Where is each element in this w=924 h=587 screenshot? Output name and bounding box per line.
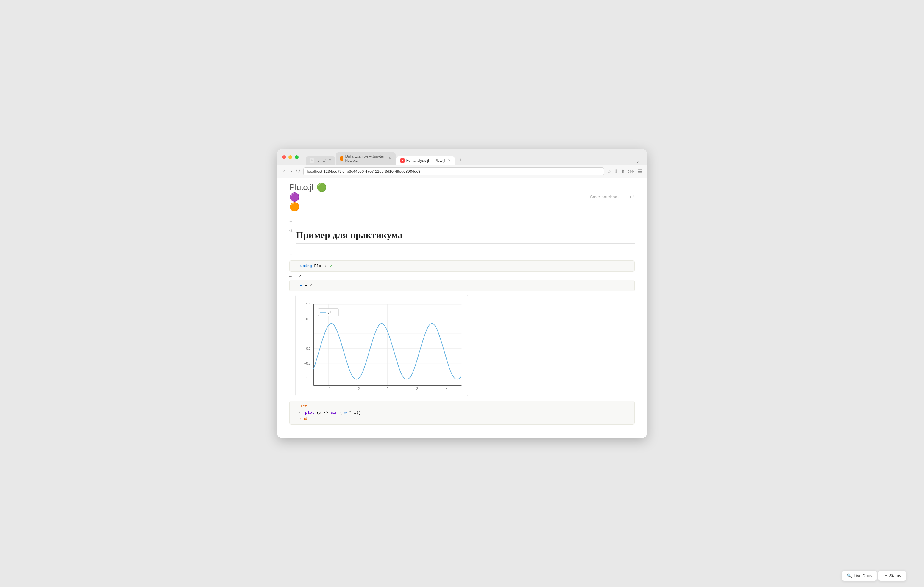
tab-list-button[interactable]: ⌄ <box>634 158 642 165</box>
download-icon[interactable]: ⬇ <box>614 169 618 174</box>
plot-args: (x -> <box>317 410 331 415</box>
svg-text:y1: y1 <box>328 311 331 314</box>
pluto-logo-text: Pluto <box>289 183 307 192</box>
svg-text:−2: −2 <box>356 387 360 390</box>
status-label: Status <box>889 573 901 578</box>
address-bar-actions: ☆ ⬇ ⬆ ⋙ ☰ <box>607 169 642 174</box>
tab-temp[interactable]: ↻ Temp/ ✕ <box>306 156 335 165</box>
cell-left-icons-title: 👁 <box>289 227 294 233</box>
bullet-omega: · <box>294 283 296 288</box>
menu-icon[interactable]: ☰ <box>638 169 642 174</box>
tab-favicon-jupyter: J <box>340 156 343 161</box>
title-cell: Пример для практикума <box>296 227 635 248</box>
tab-jupyter[interactable]: J IJulia Example – Jupyter Noteb… ✕ <box>336 152 396 165</box>
tab-pluto[interactable]: ● Fun analysis.jl — Pluto.jl ✕ <box>396 156 455 165</box>
url-input[interactable] <box>304 168 604 176</box>
pluto-logo: Pluto.jl 🟢🟣🟠 <box>289 182 327 212</box>
let-cell-row: · let · plot (x -> sin ( ω * x)) · end <box>289 401 635 425</box>
bullet-end: · <box>294 417 296 421</box>
extensions-icon[interactable]: ⋙ <box>628 169 635 174</box>
tab-close-temp[interactable]: ✕ <box>328 158 331 162</box>
back-button[interactable]: ‹ <box>282 168 286 175</box>
title-cell-row: 👁 Пример для практикума <box>289 227 635 248</box>
plot-svg-wrap: 1.0 0.5 0.0 −0.5 −1.0 −4 −2 0 2 4 <box>289 293 635 400</box>
minimize-window-button[interactable] <box>289 155 292 159</box>
bullet-let: · <box>294 404 296 409</box>
maximize-window-button[interactable] <box>295 155 299 159</box>
equals-2: = 2 <box>305 283 312 288</box>
var-omega-2: ω <box>345 410 347 415</box>
tab-favicon-pluto: ● <box>400 158 404 163</box>
bullet-plot: · <box>299 410 301 415</box>
new-tab-button[interactable]: + <box>455 155 465 165</box>
hide-cell-icon[interactable]: 👁 <box>289 229 294 233</box>
title-bar: ↻ Temp/ ✕ J IJulia Example – Jupyter Not… <box>277 149 647 165</box>
fn-plot: plot <box>305 410 314 415</box>
svg-text:−0.5: −0.5 <box>304 362 311 365</box>
notebook-title: Пример для практикума <box>296 230 635 243</box>
let-cell[interactable]: · let · plot (x -> sin ( ω * x)) · end <box>289 401 635 425</box>
tab-close-jupyter[interactable]: ✕ <box>389 156 391 160</box>
save-button[interactable]: Save notebook... <box>590 194 624 199</box>
using-plots-cell-row: · using Plots ✓ <box>289 260 635 272</box>
var-omega: ω <box>300 283 303 288</box>
kw-let: let <box>300 404 307 409</box>
svg-text:0.0: 0.0 <box>306 347 310 350</box>
svg-text:0: 0 <box>387 387 388 390</box>
plot-args-3: * x)) <box>349 410 361 415</box>
plot-args-2: ( <box>340 410 342 415</box>
title-bar-row: ↻ Temp/ ✕ J IJulia Example – Jupyter Not… <box>282 152 642 165</box>
tab-favicon-temp: ↻ <box>310 158 314 163</box>
svg-text:0.5: 0.5 <box>306 317 310 321</box>
status-wave-icon: 〜 <box>883 573 888 579</box>
omega-cell[interactable]: · ω = 2 <box>289 280 635 291</box>
fn-sin: sin <box>330 410 337 415</box>
live-docs-label: Live Docs <box>854 573 872 578</box>
bullet-using: · <box>294 264 296 268</box>
security-icon: 🛡 <box>296 169 300 174</box>
add-cell-top[interactable]: + <box>289 219 293 225</box>
add-cell-mid[interactable]: + <box>289 252 293 258</box>
plots-text: Plots <box>314 264 326 268</box>
pluto-logo-suffix: .jl <box>307 183 313 192</box>
plot-container: 1.0 0.5 0.0 −0.5 −1.0 −4 −2 0 2 4 <box>289 293 635 400</box>
plot-svg: 1.0 0.5 0.0 −0.5 −1.0 −4 −2 0 2 4 <box>295 295 468 396</box>
svg-text:−4: −4 <box>327 387 330 390</box>
svg-text:1.0: 1.0 <box>306 303 310 306</box>
bookmark-icon[interactable]: ☆ <box>607 169 611 174</box>
live-docs-button[interactable]: 🔍 Live Docs <box>842 571 877 581</box>
address-bar: ‹ › 🛡 ☆ ⬇ ⬆ ⋙ ☰ <box>277 165 647 178</box>
omega-display-line: ω = 2 <box>289 274 635 279</box>
tab-label-jupyter: IJulia Example – Jupyter Noteb… <box>345 155 386 163</box>
browser-window: ↻ Temp/ ✕ J IJulia Example – Jupyter Not… <box>277 149 647 438</box>
bottom-bar: 🔍 Live Docs 〜 Status <box>842 571 906 581</box>
notebook-content: + 👁 Пример для практикума + · using Plot… <box>277 216 647 438</box>
omega-cell-row: · ω = 2 <box>289 280 635 291</box>
kw-end: end <box>300 417 307 421</box>
pluto-header: Pluto.jl 🟢🟣🟠 Save notebook... ↩ <box>277 178 647 216</box>
svg-text:2: 2 <box>416 387 418 390</box>
browser-tabs: ↻ Temp/ ✕ J IJulia Example – Jupyter Not… <box>306 152 642 165</box>
undo-button[interactable]: ↩ <box>630 193 635 201</box>
tab-label-temp: Temp/ <box>316 158 326 163</box>
kw-using: using <box>300 264 312 268</box>
share-icon[interactable]: ⬆ <box>621 169 625 174</box>
using-plots-cell[interactable]: · using Plots ✓ <box>289 260 635 272</box>
status-button[interactable]: 〜 Status <box>878 571 906 581</box>
svg-text:4: 4 <box>446 387 448 390</box>
close-window-button[interactable] <box>282 155 286 159</box>
window-controls <box>282 155 299 159</box>
forward-button[interactable]: › <box>289 168 293 175</box>
omega-display: ω = 2 <box>289 274 301 279</box>
tab-close-pluto[interactable]: ✕ <box>448 158 451 162</box>
tab-label-pluto: Fun analysis.jl — Pluto.jl <box>406 158 446 163</box>
live-docs-search-icon: 🔍 <box>847 573 852 578</box>
check-mark: ✓ <box>330 264 332 268</box>
svg-text:−1.0: −1.0 <box>304 376 311 380</box>
